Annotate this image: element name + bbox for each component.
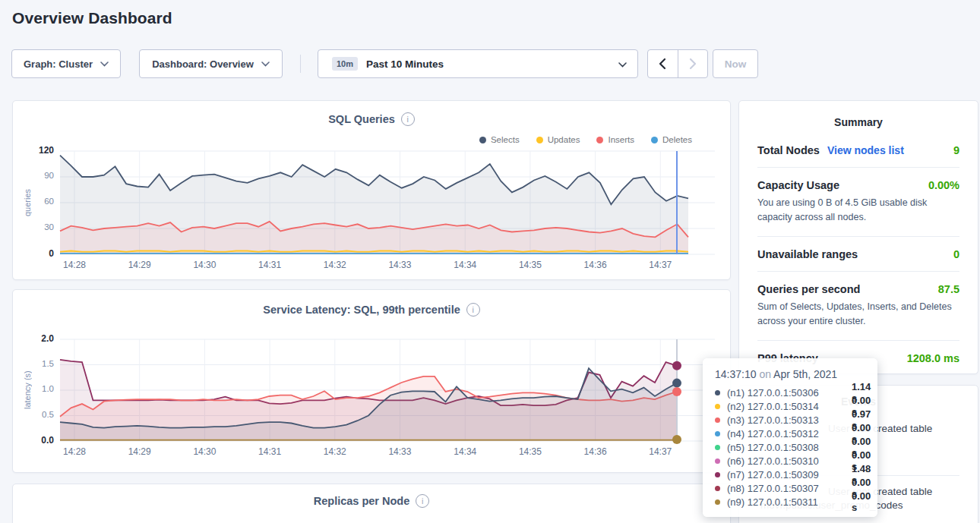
x-axis-tick: 14:30 [185,446,224,457]
x-axis-tick: 14:36 [576,446,615,457]
legend-item-inserts[interactable]: Inserts [596,135,634,144]
summary-row: Capacity Usage0.00%You are using 0 B of … [757,168,959,237]
legend-dot [596,137,603,143]
node-color-dot [715,472,720,477]
tooltip-node-row: (n8) 127.0.0.1:503070.00 s [715,481,865,495]
legend-item-updates[interactable]: Updates [536,135,580,144]
info-icon[interactable]: i [416,494,429,508]
page-title: Overview Dashboard [12,9,172,27]
time-prev-button[interactable] [648,50,678,77]
tooltip-date: Apr 5th, 2021 [773,368,837,380]
chevron-down-icon [261,61,270,67]
x-axis-tick: 14:30 [185,260,224,270]
legend-dot [536,137,543,143]
node-color-dot [715,499,720,505]
summary-label: Unavailable ranges [757,248,858,260]
legend-label: Selects [491,135,520,144]
chevron-down-icon [618,62,627,68]
summary-value: 0.00% [928,179,959,191]
y-axis-name: queries [22,151,33,254]
summary-value: 1208.0 ms [907,352,959,364]
chevron-left-icon [659,58,666,70]
legend-label: Updates [548,135,580,144]
view-nodes-list-link[interactable]: View nodes list [827,144,904,156]
replicas-per-node-panel: Replicas per Node i [12,484,731,523]
info-icon[interactable]: i [466,303,480,317]
tooltip-time: 14:37:10 [715,368,757,380]
service-latency-plot[interactable]: 0.00.51.01.52.014:2814:2914:3014:3114:32… [60,339,715,441]
info-icon[interactable]: i [401,112,415,126]
service-latency-panel: Service Latency: SQL, 99th percentile i … [12,289,731,473]
chart-title-row: SQL Queries i [13,112,730,126]
summary-row: Queries per second87.5Sum of Selects, Up… [757,272,959,341]
summary-value: 9 [953,144,959,156]
tooltip-node-row: (n1) 127.0.0.1:503061.14 s [715,386,865,399]
node-address: (n6) 127.0.0.1:50310 [727,455,852,467]
node-address: (n5) 127.0.0.1:50308 [727,442,852,453]
x-axis-tick: 14:29 [120,446,160,457]
node-address: (n4) 127.0.0.1:50312 [727,428,852,440]
legend-dot [479,137,486,143]
x-axis-tick: 14:28 [55,260,94,270]
node-address: (n2) 127.0.0.1:50314 [727,401,852,412]
tooltip-node-row: (n9) 127.0.0.1:503110.00 s [715,495,865,509]
time-range-picker[interactable]: 10m Past 10 Minutes [318,49,638,78]
chart-title: Service Latency: SQL, 99th percentile [263,304,460,316]
x-axis-tick: 14:33 [380,446,419,457]
time-range-badge: 10m [332,57,358,71]
summary-row: Unavailable ranges0 [757,237,959,272]
chart-legend: SelectsUpdatesInsertsDeletes [479,135,692,144]
tooltip-node-row: (n5) 127.0.0.1:503080.00 s [715,440,865,454]
tooltip-node-row: (n3) 127.0.0.1:503130.97 s [715,413,865,427]
chevron-right-icon [689,58,697,70]
legend-label: Deletes [662,135,692,144]
legend-dot [651,137,658,143]
node-color-dot [715,404,720,409]
x-axis-tick: 14:31 [250,446,289,457]
tooltip-node-row: (n6) 127.0.0.1:503100.00 s [715,454,865,468]
node-address: (n7) 127.0.0.1:50309 [727,469,852,480]
node-color-dot [715,486,720,491]
summary-heading: Summary [739,101,978,128]
x-axis-tick: 14:34 [445,446,485,457]
tooltip-on: on [759,368,771,380]
chart-title-row: Service Latency: SQL, 99th percentile i [13,303,730,317]
x-axis-tick: 14:36 [576,260,615,270]
summary-value: 87.5 [938,283,959,295]
time-pager [647,49,708,78]
x-axis-tick: 14:32 [315,260,355,270]
chart-hover-tooltip: 14:37:10 on Apr 5th, 2021 (n1) 127.0.0.1… [703,358,877,517]
tooltip-node-row: (n7) 127.0.0.1:503091.48 s [715,468,865,481]
graph-dropdown-label: Graph: Cluster [24,58,93,70]
chart-title: SQL Queries [328,113,395,125]
x-axis-tick: 14:32 [315,446,355,457]
summary-value: 0 [953,248,959,260]
chart-title-row: Replicas per Node i [13,494,730,508]
summary-label: Total Nodes [757,144,820,156]
legend-item-selects[interactable]: Selects [479,135,520,144]
sql-queries-plot[interactable]: 030609012014:2814:2914:3014:3114:3214:33… [60,151,715,254]
y-axis-name: latency (s) [22,339,33,441]
x-axis-tick: 14:37 [640,260,680,270]
node-color-dot [715,431,720,436]
tooltip-node-row: (n4) 127.0.0.1:503120.00 s [715,427,865,440]
now-button[interactable]: Now [713,49,758,78]
summary-panel: Summary Total NodesView nodes list9Capac… [738,100,978,374]
summary-row: Total NodesView nodes list9 [757,133,959,168]
dashboard-dropdown[interactable]: Dashboard: Overview [139,49,283,78]
x-axis-tick: 14:35 [511,446,550,457]
node-address: (n9) 127.0.0.1:50311 [727,496,852,508]
time-next-button[interactable] [678,50,708,77]
legend-item-deletes[interactable]: Deletes [651,135,692,144]
x-axis-tick: 14:35 [511,260,550,270]
node-address: (n3) 127.0.0.1:50313 [727,414,852,426]
node-address: (n1) 127.0.0.1:50306 [727,387,852,399]
graph-dropdown[interactable]: Graph: Cluster [11,49,121,78]
chart-title: Replicas per Node [314,495,410,507]
summary-subtext: You are using 0 B of 4.5 GiB usable disk… [757,196,959,225]
chevron-down-icon [100,61,109,67]
x-axis-tick: 14:28 [55,446,94,457]
x-axis-tick: 14:29 [120,260,160,270]
legend-label: Inserts [608,135,634,144]
node-address: (n8) 127.0.0.1:50307 [727,483,852,494]
